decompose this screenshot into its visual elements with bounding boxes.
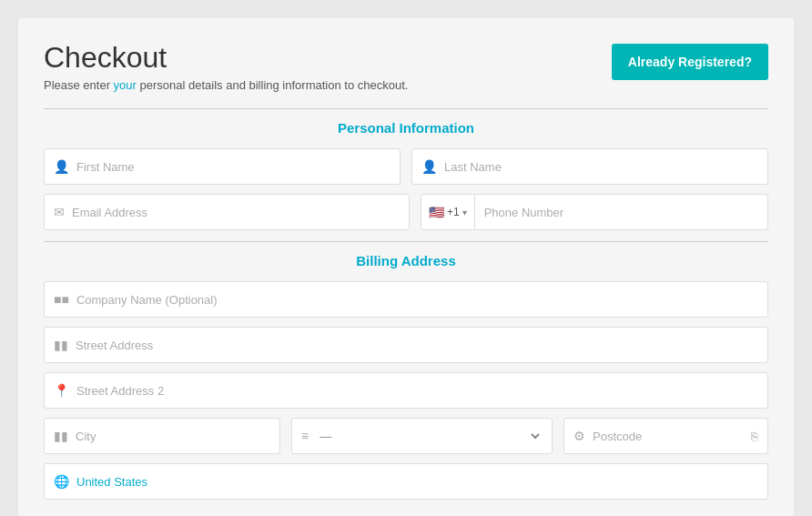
country-row: 🌐 United States [44, 463, 768, 500]
last-name-input[interactable] [444, 160, 758, 174]
section-divider-middle [44, 241, 768, 242]
postcode-expand-icon: ⎘ [751, 430, 758, 443]
phone-prefix-selector[interactable]: 🇺🇸 +1 ▾ [421, 195, 475, 229]
company-row: ■■ [44, 281, 768, 318]
caret-icon: ▾ [462, 207, 467, 218]
company-input[interactable] [76, 293, 758, 307]
flag-icon: 🇺🇸 [429, 205, 444, 219]
state-icon: ≡ [301, 429, 309, 443]
city-icon: ▮▮ [54, 429, 68, 443]
already-registered-button[interactable]: Already Registered? [612, 44, 768, 80]
first-name-input[interactable] [76, 160, 391, 174]
street1-row: ▮▮ [44, 327, 768, 363]
street2-row: 📍 [44, 372, 768, 409]
checkout-header: Checkout Please enter your personal deta… [44, 40, 768, 92]
phone-prefix-text: +1 [447, 206, 460, 218]
country-value: United States [76, 475, 147, 489]
state-field[interactable]: ≡ — [291, 418, 553, 454]
street-address-input[interactable] [76, 339, 758, 352]
envelope-icon: ✉ [54, 205, 65, 219]
last-name-field[interactable]: 👤 [411, 148, 768, 185]
street-address-field[interactable]: ▮▮ [44, 327, 768, 363]
phone-input[interactable] [475, 206, 767, 219]
city-input[interactable] [76, 430, 270, 443]
company-field[interactable]: ■■ [44, 281, 768, 318]
page-title: Checkout [44, 40, 408, 75]
name-row: 👤 👤 [44, 148, 768, 185]
city-field[interactable]: ▮▮ [44, 418, 280, 454]
postcode-input[interactable] [593, 430, 746, 443]
gear-icon: ⚙ [573, 429, 585, 443]
street-address-2-input[interactable] [76, 384, 758, 398]
page-subtitle: Please enter your personal details and b… [44, 78, 408, 92]
phone-field[interactable]: 🇺🇸 +1 ▾ [421, 194, 768, 230]
postcode-field[interactable]: ⚙ ⎘ [563, 418, 768, 454]
person-icon: 👤 [54, 159, 69, 174]
person-icon-2: 👤 [421, 159, 437, 174]
state-select[interactable]: — [316, 429, 543, 444]
building-icon: ■■ [54, 292, 69, 307]
first-name-field[interactable]: 👤 [44, 148, 401, 185]
billing-address-section-title: Billing Address [44, 253, 768, 268]
email-field[interactable]: ✉ [44, 194, 410, 230]
email-input[interactable] [72, 206, 400, 219]
street-address-2-field[interactable]: 📍 [44, 372, 768, 409]
country-field[interactable]: 🌐 United States [44, 463, 768, 500]
email-phone-row: ✉ 🇺🇸 +1 ▾ [44, 194, 768, 230]
header-text: Checkout Please enter your personal deta… [44, 40, 408, 92]
checkout-container: Checkout Please enter your personal deta… [18, 18, 794, 516]
pin-icon: 📍 [54, 383, 69, 398]
globe-icon: 🌐 [54, 474, 69, 489]
street-icon: ▮▮ [54, 338, 68, 352]
personal-info-section-title: Personal Information [44, 120, 768, 136]
city-state-postcode-row: ▮▮ ≡ — ⚙ ⎘ [44, 418, 768, 454]
section-divider-top [44, 108, 768, 109]
